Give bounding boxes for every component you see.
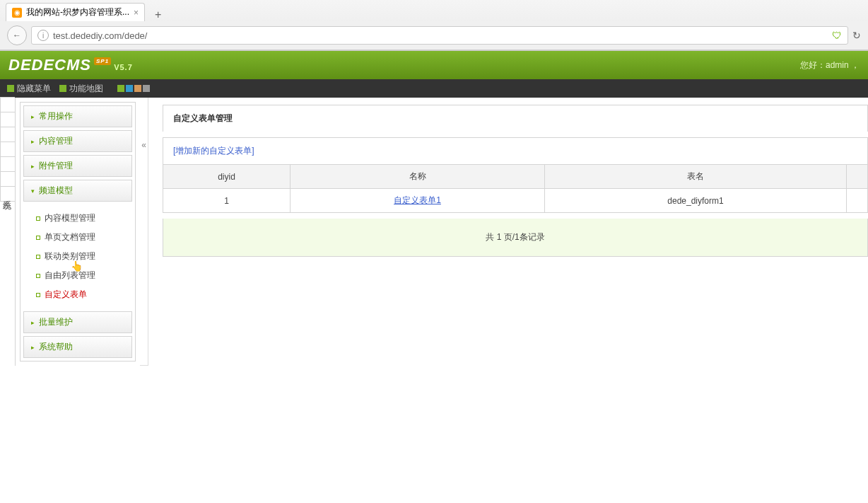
menu-section-label: 内容管理 bbox=[39, 135, 73, 147]
menu-items: 内容模型管理单页文档管理联动类别管理自由列表管理自定义表单 bbox=[20, 204, 135, 308]
menu-item-label: 联动类别管理 bbox=[45, 250, 95, 262]
menu-section-label: 频道模型 bbox=[39, 185, 73, 197]
menu-section-head[interactable]: ▸内容管理 bbox=[23, 130, 132, 152]
menu-item-label: 单页文档管理 bbox=[45, 231, 95, 243]
pager: 共 1 页/1条记录 bbox=[163, 219, 868, 257]
side-tab[interactable]: 系统 bbox=[0, 186, 15, 202]
close-tab-icon[interactable]: × bbox=[134, 8, 139, 18]
url-text: test.dedediy.com/dede/ bbox=[53, 30, 828, 41]
bullet-icon bbox=[36, 255, 40, 259]
grid-icon bbox=[7, 85, 14, 92]
chevron-down-icon: ▾ bbox=[31, 187, 35, 195]
table-row: 1自定义表单1dede_diyform1 bbox=[163, 189, 868, 213]
theme-color-swatch[interactable] bbox=[126, 85, 133, 92]
menu-item[interactable]: 自定义表单 bbox=[30, 285, 135, 304]
add-form-link[interactable]: [增加新的自定义表单] bbox=[173, 146, 254, 156]
menu-section-head[interactable]: ▸批量维护 bbox=[23, 311, 132, 333]
menu-section-head[interactable]: ▸附件管理 bbox=[23, 155, 132, 177]
chevron-right-icon: ▸ bbox=[31, 138, 35, 145]
menu-item-label: 自定义表单 bbox=[45, 289, 87, 301]
col-name: 名称 bbox=[291, 165, 545, 189]
col-table: 表名 bbox=[545, 165, 847, 189]
menu-item[interactable]: 单页文档管理 bbox=[30, 228, 135, 247]
side-tab[interactable]: 模板 bbox=[0, 171, 15, 187]
info-icon[interactable]: i bbox=[37, 30, 49, 41]
address-bar: ← i test.dedediy.com/dede/ 🛡 ↻ bbox=[0, 21, 868, 50]
menu-item-label: 自由列表管理 bbox=[45, 270, 95, 282]
cell-diyid: 1 bbox=[163, 189, 291, 213]
bullet-icon bbox=[36, 236, 40, 240]
menu-section-head[interactable]: ▸常用操作 bbox=[23, 105, 132, 127]
favicon-icon: ◉ bbox=[12, 8, 22, 18]
col-diyid: diyid bbox=[163, 165, 291, 189]
menu-item[interactable]: 内容模型管理 bbox=[30, 209, 135, 228]
menu-section-head[interactable]: ▾频道模型 bbox=[23, 180, 132, 202]
shield-icon[interactable]: 🛡 bbox=[832, 30, 842, 41]
menu-section-label: 常用操作 bbox=[39, 110, 73, 122]
data-table: diyid 名称 表名 1自定义表单1dede_diyform1 bbox=[163, 164, 868, 213]
greeting: 您好：admin ， bbox=[800, 59, 860, 71]
menu-item[interactable]: 自由列表管理 bbox=[30, 266, 135, 285]
actions-bar: [增加新的自定义表单] bbox=[163, 137, 868, 165]
side-tab[interactable]: 核心 bbox=[0, 97, 15, 112]
form-name-link[interactable]: 自定义表单1 bbox=[394, 195, 441, 205]
chevron-right-icon: ▸ bbox=[31, 319, 35, 326]
chevron-right-icon: ▸ bbox=[31, 163, 35, 170]
menu-item[interactable]: 联动类别管理 bbox=[30, 247, 135, 266]
main-layout: 核心模块生成采集会员模板系统 ▸常用操作▸内容管理▸附件管理▾频道模型内容模型管… bbox=[0, 98, 868, 366]
vertical-tabs: 核心模块生成采集会员模板系统 bbox=[0, 98, 16, 366]
tab-title: 我的网站-织梦内容管理系... bbox=[26, 6, 129, 18]
col-actions bbox=[847, 165, 868, 189]
table-header-row: diyid 名称 表名 bbox=[163, 165, 868, 189]
logo: DEDECMS SP1 V5.7 bbox=[8, 56, 133, 74]
menu-item-label: 内容模型管理 bbox=[45, 212, 95, 224]
sidebar: ▸常用操作▸内容管理▸附件管理▾频道模型内容模型管理单页文档管理联动类别管理自由… bbox=[20, 102, 136, 362]
menu-section-head[interactable]: ▸系统帮助 bbox=[23, 336, 132, 358]
menu-section-label: 附件管理 bbox=[39, 160, 73, 172]
hide-menu-label: 隐藏菜单 bbox=[17, 83, 51, 95]
side-tab[interactable]: 采集 bbox=[0, 141, 15, 157]
side-tab[interactable]: 模块 bbox=[0, 112, 15, 127]
cell-actions bbox=[847, 189, 868, 213]
new-tab-button[interactable]: + bbox=[151, 8, 165, 21]
reload-button[interactable]: ↻ bbox=[852, 30, 861, 41]
panel-title: 自定义表单管理 bbox=[163, 105, 868, 132]
collapse-handle[interactable]: « bbox=[140, 98, 148, 366]
menu-section-label: 批量维护 bbox=[39, 316, 73, 328]
sp-badge: SP1 bbox=[94, 57, 111, 65]
url-field[interactable]: i test.dedediy.com/dede/ 🛡 bbox=[31, 26, 848, 45]
logo-text: DEDECMS bbox=[8, 56, 91, 74]
version-label: V5.7 bbox=[114, 63, 133, 71]
theme-color-swatch[interactable] bbox=[134, 85, 141, 92]
bullet-icon bbox=[36, 293, 40, 297]
cell-table: dede_diyform1 bbox=[545, 189, 847, 213]
sitemap-label: 功能地图 bbox=[69, 83, 103, 95]
side-tab[interactable]: 会员 bbox=[0, 156, 15, 172]
chevron-right-icon: ▸ bbox=[31, 113, 35, 120]
chevron-right-icon: ▸ bbox=[31, 344, 35, 351]
content-area: 自定义表单管理 [增加新的自定义表单] diyid 名称 表名 1自定义表单1d… bbox=[148, 98, 868, 366]
cell-name: 自定义表单1 bbox=[291, 189, 545, 213]
hide-menu-link[interactable]: 隐藏菜单 bbox=[7, 83, 51, 95]
browser-tab[interactable]: ◉ 我的网站-织梦内容管理系... × bbox=[6, 3, 145, 21]
app-header: DEDECMS SP1 V5.7 您好：admin ， bbox=[0, 51, 868, 79]
browser-chrome: ◉ 我的网站-织梦内容管理系... × + ← i test.dedediy.c… bbox=[0, 0, 868, 51]
sitemap-link[interactable]: 功能地图 bbox=[59, 83, 103, 95]
bullet-icon bbox=[36, 274, 40, 278]
menu-section-label: 系统帮助 bbox=[39, 341, 73, 353]
bullet-icon bbox=[36, 216, 40, 221]
back-button[interactable]: ← bbox=[7, 25, 27, 45]
grid-icon bbox=[59, 85, 66, 92]
side-tab[interactable]: 生成 bbox=[0, 127, 15, 142]
theme-color-swatch[interactable] bbox=[117, 85, 124, 92]
theme-color-swatch[interactable] bbox=[143, 85, 150, 92]
theme-colors bbox=[117, 85, 150, 92]
top-menu: 隐藏菜单 功能地图 bbox=[0, 79, 868, 98]
tab-bar: ◉ 我的网站-织梦内容管理系... × + bbox=[0, 0, 868, 21]
